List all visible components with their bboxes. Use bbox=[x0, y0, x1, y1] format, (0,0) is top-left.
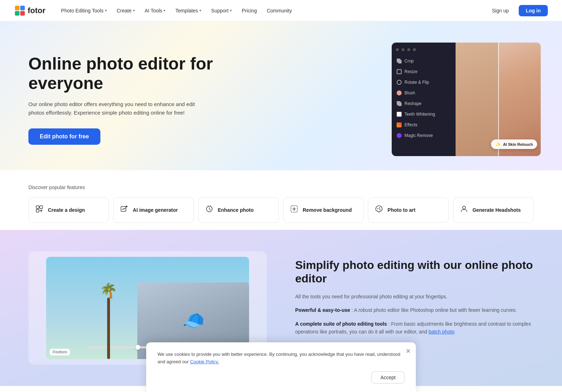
feature-card-label-create-design: Create a design bbox=[48, 207, 85, 213]
feature-card-photo-to-art[interactable]: Photo to art bbox=[368, 197, 448, 223]
svg-rect-6 bbox=[40, 206, 43, 209]
before-after-divider bbox=[498, 43, 499, 156]
nav-right: Sign up Log in bbox=[486, 5, 548, 16]
features-title: Discover popular features bbox=[28, 184, 534, 190]
nav-item-community[interactable]: Community bbox=[263, 6, 296, 16]
nav-item-pricing[interactable]: Pricing bbox=[237, 6, 261, 16]
lower-desc3: A complete suite of photo editing tools … bbox=[295, 320, 534, 336]
chevron-down-icon: ▾ bbox=[199, 9, 201, 12]
lower-title: Simplify photo editing with our online p… bbox=[295, 258, 534, 286]
batch-photo-link[interactable]: batch photo bbox=[429, 329, 454, 335]
editor-menu-rotate[interactable]: Rotate & Flip bbox=[392, 77, 456, 87]
photo-to-art-icon bbox=[375, 205, 383, 215]
hero-title: Online photo editor for everyone bbox=[28, 54, 227, 93]
feature-card-label-ai-image-generator: AI image generator bbox=[133, 207, 178, 213]
feature-card-enhance-photo[interactable]: Enhance photo bbox=[198, 197, 279, 223]
editor-menu-blush[interactable]: Blush bbox=[392, 88, 456, 98]
feature-card-remove-background[interactable]: Remove background bbox=[283, 197, 364, 223]
editor-menu-magic-remove[interactable]: Magic Remove bbox=[392, 131, 456, 140]
chevron-down-icon: ▾ bbox=[230, 9, 232, 12]
create-design-icon bbox=[35, 205, 44, 215]
lower-desc2: Powerful & easy-to-use : A robust photo … bbox=[295, 306, 534, 314]
chevron-down-icon: ▾ bbox=[105, 9, 107, 12]
signup-button[interactable]: Sign up bbox=[486, 5, 514, 16]
editor-menu-reshape[interactable]: Reshape bbox=[392, 99, 456, 109]
nav-links: Photo Editing Tools ▾ Create ▾ AI Tools … bbox=[57, 6, 486, 16]
svg-rect-1 bbox=[15, 6, 20, 10]
nav-item-ai-tools[interactable]: AI Tools ▾ bbox=[140, 6, 170, 16]
svg-rect-4 bbox=[20, 11, 25, 16]
remove-background-icon bbox=[290, 205, 298, 215]
svg-rect-7 bbox=[36, 209, 39, 212]
photo-display: ✨ AI Skin Retouch bbox=[456, 43, 541, 156]
svg-point-14 bbox=[378, 208, 379, 209]
feature-card-create-design[interactable]: Create a design bbox=[28, 197, 109, 223]
hero-cta-button[interactable]: Edit photo for free bbox=[28, 128, 100, 145]
slider-thumb[interactable] bbox=[136, 345, 140, 350]
freeform-badge: Freeform bbox=[50, 349, 70, 355]
hero-section: Online photo editor for everyone Our onl… bbox=[0, 21, 562, 170]
nav-item-support[interactable]: Support ▾ bbox=[207, 6, 236, 16]
hero-description: Our online photo editor offers everythin… bbox=[28, 100, 206, 117]
logo[interactable]: fotor bbox=[14, 5, 45, 16]
svg-rect-2 bbox=[20, 6, 25, 10]
fotor-logo-icon bbox=[14, 5, 26, 16]
chevron-down-icon: ▾ bbox=[133, 9, 135, 12]
feature-card-generate-headshots[interactable]: Generate Headshots bbox=[453, 197, 534, 223]
ai-skin-retouch-badge: ✨ AI Skin Retouch bbox=[491, 139, 537, 149]
lower-highlight1: Powerful & easy-to-use bbox=[295, 307, 350, 313]
lower-highlight2: A complete suite of photo editing tools bbox=[295, 321, 387, 327]
svg-point-17 bbox=[463, 206, 465, 209]
svg-rect-5 bbox=[36, 206, 39, 209]
editor-menu-crop[interactable]: Crop bbox=[392, 56, 456, 66]
chevron-down-icon: ▾ bbox=[164, 9, 165, 12]
cookie-accept-button[interactable]: Accept bbox=[371, 371, 404, 383]
editor-menu-effects[interactable]: Effects bbox=[392, 120, 456, 130]
lower-content: Simplify photo editing with our online p… bbox=[295, 251, 534, 341]
cookie-close-button[interactable]: ✕ bbox=[406, 347, 411, 355]
features-section: Discover popular features Create a desig… bbox=[0, 170, 562, 230]
features-grid: Create a design AI image generator Enh bbox=[28, 197, 534, 223]
navbar: fotor Photo Editing Tools ▾ Create ▾ AI … bbox=[0, 0, 562, 21]
nav-item-templates[interactable]: Templates ▾ bbox=[171, 6, 205, 16]
enhance-photo-icon bbox=[205, 205, 214, 215]
editor-tool-icons bbox=[392, 47, 456, 53]
login-button[interactable]: Log in bbox=[519, 5, 548, 16]
cookie-policy-link[interactable]: Cookie Policy. bbox=[190, 359, 219, 364]
nav-item-create[interactable]: Create ▾ bbox=[112, 6, 139, 16]
svg-point-16 bbox=[380, 209, 381, 210]
cookie-footer: Accept bbox=[158, 371, 404, 383]
nav-item-photo-editing-tools[interactable]: Photo Editing Tools ▾ bbox=[57, 6, 111, 16]
feature-card-label-photo-to-art: Photo to art bbox=[387, 207, 415, 213]
feature-card-label-enhance-photo: Enhance photo bbox=[218, 207, 254, 213]
svg-rect-11 bbox=[126, 206, 127, 207]
editor-menu-teeth-whitening[interactable]: Teeth Whitening bbox=[392, 109, 456, 119]
cookie-text: We use cookies to provide you with bette… bbox=[158, 351, 404, 366]
ai-image-generator-icon bbox=[120, 205, 128, 215]
feature-card-label-remove-background: Remove background bbox=[303, 207, 352, 213]
lower-desc1: All the tools you need for professional … bbox=[295, 293, 534, 300]
hero-content: Online photo editor for everyone Our onl… bbox=[28, 54, 227, 145]
svg-point-15 bbox=[379, 208, 380, 209]
editor-menu-resize[interactable]: Resize bbox=[392, 67, 456, 77]
cookie-banner: ✕ We use cookies to provide you with bet… bbox=[146, 342, 416, 386]
logo-text: fotor bbox=[28, 6, 45, 15]
editor-panel: Crop Resize Rotate & Flip Blush Reshape … bbox=[392, 43, 456, 156]
hero-editor-preview: Crop Resize Rotate & Flip Blush Reshape … bbox=[392, 43, 541, 156]
feature-card-ai-image-generator[interactable]: AI image generator bbox=[113, 197, 194, 223]
generate-headshots-icon bbox=[460, 205, 468, 215]
feature-card-label-generate-headshots: Generate Headshots bbox=[473, 207, 521, 213]
svg-rect-3 bbox=[15, 11, 20, 16]
